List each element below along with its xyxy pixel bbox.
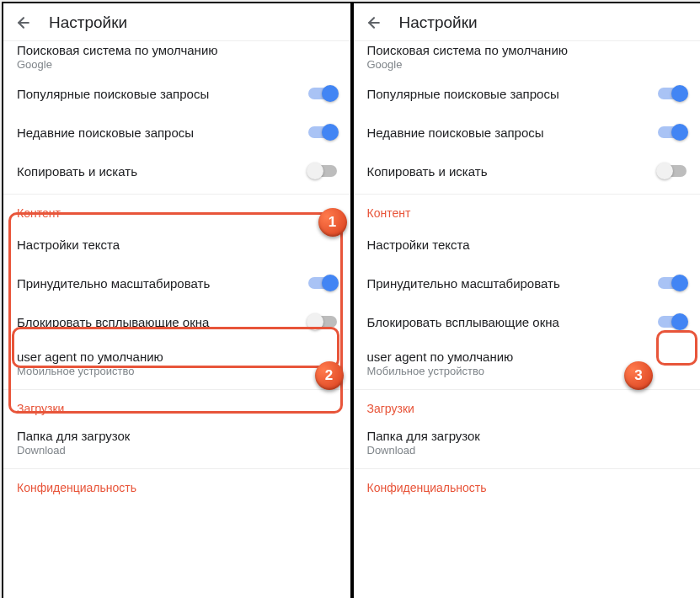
app-header: Настройки	[354, 3, 701, 41]
toggle-copy-search[interactable]	[308, 165, 337, 177]
row-block-popups[interactable]: Блокировать всплывающие окна	[3, 302, 350, 341]
section-header-content: Контент	[354, 195, 701, 225]
row-recent-queries[interactable]: Недавние поисковые запросы	[3, 113, 350, 152]
row-user-agent[interactable]: user agent по умолчанию Мобильное устрой…	[354, 341, 701, 389]
toggle-block-popups-left[interactable]	[308, 316, 337, 328]
toggle-recent[interactable]	[658, 126, 687, 138]
row-copy-search[interactable]: Копировать и искать	[354, 152, 701, 190]
toggle-force-zoom[interactable]	[658, 277, 687, 289]
section-content: Контент Настройки текста Принудительно м…	[354, 195, 701, 390]
row-recent-queries[interactable]: Недавние поисковые запросы	[354, 113, 701, 152]
section-header-content: Контент	[3, 195, 350, 225]
app-header: Настройки	[3, 3, 350, 41]
section-header-privacy: Конфиденциальность	[354, 469, 701, 499]
row-force-zoom[interactable]: Принудительно масштабировать	[354, 264, 701, 302]
back-arrow-icon[interactable]	[15, 14, 32, 31]
phone-right: Настройки Поисковая система по умолчанию…	[354, 3, 701, 598]
row-download-folder[interactable]: Папка для загрузок Download	[3, 420, 350, 468]
toggle-copy-search[interactable]	[658, 165, 687, 177]
toggle-popular[interactable]	[308, 88, 337, 99]
row-block-popups[interactable]: Блокировать всплывающие окна	[354, 302, 701, 341]
toggle-recent[interactable]	[308, 126, 337, 138]
row-force-zoom[interactable]: Принудительно масштабировать	[3, 264, 350, 302]
section-header-downloads: Загрузки	[3, 390, 350, 420]
row-download-folder[interactable]: Папка для загрузок Download	[354, 420, 701, 468]
section-header-privacy: Конфиденциальность	[3, 469, 350, 499]
row-text-settings[interactable]: Настройки текста	[3, 225, 350, 264]
section-downloads: Загрузки Папка для загрузок Download	[354, 390, 701, 469]
row-search-engine[interactable]: Поисковая система по умолчанию Google	[3, 41, 350, 74]
page-title: Настройки	[49, 13, 127, 32]
row-copy-search[interactable]: Копировать и искать	[3, 152, 350, 190]
section-content: Контент Настройки текста Принудительно м…	[3, 195, 350, 390]
row-user-agent[interactable]: user agent по умолчанию Мобильное устрой…	[3, 341, 350, 389]
toggle-popular[interactable]	[658, 88, 687, 99]
row-popular-queries[interactable]: Популярные поисковые запросы	[3, 74, 350, 113]
row-popular-queries[interactable]: Популярные поисковые запросы	[354, 74, 701, 113]
toggle-force-zoom[interactable]	[308, 277, 337, 289]
toggle-block-popups-right[interactable]	[658, 316, 687, 328]
row-search-engine[interactable]: Поисковая система по умолчанию Google	[354, 41, 701, 74]
page-title: Настройки	[399, 13, 478, 32]
section-downloads: Загрузки Папка для загрузок Download	[3, 390, 350, 469]
row-text-settings[interactable]: Настройки текста	[354, 225, 701, 264]
section-header-downloads: Загрузки	[354, 390, 701, 420]
back-arrow-icon[interactable]	[366, 14, 382, 31]
phone-left: Настройки Поисковая система по умолчанию…	[3, 3, 350, 598]
